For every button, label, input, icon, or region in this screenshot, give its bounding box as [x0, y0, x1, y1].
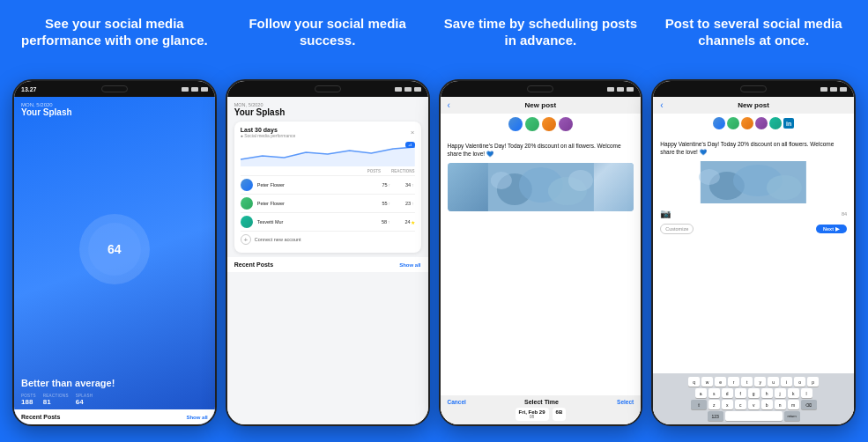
status-icons-3: [607, 87, 634, 92]
s4-content-area: Happy Valentine's Day! Today 20% discoun…: [653, 133, 854, 373]
key-n[interactable]: n: [775, 400, 786, 409]
s3-top-bar: ‹ New post: [441, 97, 642, 114]
s3-back-button[interactable]: ‹: [448, 100, 450, 110]
key-space[interactable]: [725, 411, 783, 421]
s2-recent-label: Recent Posts: [234, 262, 273, 268]
s4-avatars-row: in: [653, 114, 854, 133]
signal-icon-3: [607, 87, 614, 92]
key-backspace[interactable]: ⌫: [801, 400, 817, 409]
svg-marker-0: [241, 147, 415, 166]
s3-cancel-button[interactable]: Cancel: [448, 399, 466, 405]
s3-avatar-2: [525, 117, 539, 131]
panel-1-headline: See your social media performance with o…: [12, 16, 217, 70]
s2-connect-row[interactable]: + Connect new account: [241, 231, 415, 247]
s2-star-3: ★: [411, 219, 415, 225]
phone-mockup-3: ‹ New post Happy Valentine's Day! Today …: [439, 79, 643, 426]
signal-icon: [182, 87, 189, 92]
key-b[interactable]: b: [761, 400, 773, 409]
s2-bottom: Recent Posts Show all: [227, 257, 428, 272]
key-a[interactable]: a: [695, 388, 707, 398]
key-t[interactable]: t: [741, 377, 753, 387]
notch-bar-4: [653, 81, 854, 97]
key-v[interactable]: v: [748, 400, 760, 409]
s1-stat-reactions: REACTIONS 81: [43, 394, 69, 406]
key-o[interactable]: o: [794, 377, 805, 387]
s4-avatar-1: [713, 117, 725, 129]
s4-back-button[interactable]: ‹: [660, 100, 663, 110]
key-shift[interactable]: ⇧: [691, 400, 707, 409]
s4-avatar-2: [727, 117, 739, 129]
s4-camera-icon[interactable]: 📷: [660, 209, 671, 218]
key-d[interactable]: d: [722, 388, 733, 398]
panel-3: Save time by scheduling posts in advance…: [439, 16, 643, 426]
key-g[interactable]: g: [748, 388, 760, 398]
key-return[interactable]: return: [784, 411, 800, 421]
s2-table-header: POSTS REACTIONS: [241, 169, 415, 173]
s3-content-area: Happy Valentine's Day! Today 20% discoun…: [441, 135, 642, 395]
key-s[interactable]: s: [708, 388, 720, 398]
key-m[interactable]: m: [788, 400, 799, 409]
panel-2: Follow your social media success. MON, 5…: [226, 16, 430, 426]
key-h[interactable]: h: [761, 388, 773, 398]
s2-card-title: Last 30 days: [241, 127, 296, 133]
key-p[interactable]: p: [807, 377, 819, 387]
s4-next-button[interactable]: Next ▶: [816, 225, 847, 233]
s4-action-row: Customize Next ▶: [660, 224, 847, 234]
s1-better: Better than average!: [21, 378, 208, 388]
battery-icon-2: [414, 87, 421, 92]
s1-stat-posts-value: 188: [21, 398, 36, 406]
panel-4-headline: Post to several social media channels at…: [651, 16, 856, 70]
panel-1: See your social media performance with o…: [12, 16, 217, 426]
s2-arrow-2: ↑: [389, 201, 391, 206]
s1-stat-splash-value: 64: [76, 398, 93, 406]
panel-3-headline: Save time by scheduling posts in advance…: [439, 16, 643, 70]
key-123[interactable]: 123: [708, 411, 723, 421]
phone-mockup-4: ‹ New post in Happy Valentine's Day! Tod…: [651, 79, 856, 426]
s3-time-slot-2[interactable]: 6B: [553, 408, 567, 421]
status-icons-2: [395, 87, 421, 92]
key-w[interactable]: w: [701, 377, 713, 387]
wifi-icon-3: [617, 87, 624, 92]
key-q[interactable]: q: [688, 377, 700, 387]
s4-next-arrow: ▶: [835, 226, 840, 232]
s2-posts-2: 55: [368, 201, 388, 206]
s2-avatar-2: [241, 197, 253, 210]
s2-close-button[interactable]: ×: [411, 129, 415, 136]
s4-customize-button[interactable]: Customize: [660, 224, 694, 234]
wifi-icon-4: [830, 87, 837, 92]
notch-bar-2: [227, 81, 428, 97]
signal-icon-2: [395, 87, 402, 92]
s2-reactions-1: 34: [391, 182, 411, 188]
s3-avatar-3: [542, 117, 556, 131]
s3-image: [448, 163, 634, 211]
s3-post-text: Happy Valentine's Day! Today 20% discoun…: [448, 142, 634, 158]
notch-bar-3: [441, 81, 642, 97]
s4-camera-row: 📷 84: [660, 209, 847, 218]
key-i[interactable]: i: [781, 377, 792, 387]
key-c[interactable]: c: [735, 400, 746, 409]
s2-chart-badge: +4: [405, 142, 415, 148]
key-j[interactable]: j: [775, 388, 786, 398]
key-u[interactable]: u: [768, 377, 779, 387]
key-e[interactable]: e: [715, 377, 726, 387]
s2-name-1: Peter Flower: [257, 182, 368, 188]
s2-chart: +4: [241, 142, 415, 166]
key-k[interactable]: k: [788, 388, 799, 398]
notch-pill-3: [527, 85, 553, 92]
s1-show-all-link[interactable]: Show all: [186, 415, 207, 420]
s2-show-all-link[interactable]: Show all: [399, 262, 420, 268]
s3-select-button[interactable]: Select: [617, 399, 634, 405]
s2-card-header: Last 30 days ● Social media performance …: [241, 127, 415, 138]
svg-point-10: [767, 175, 802, 200]
keyboard-row-1: q w e r t y u i o p: [657, 377, 850, 387]
key-z[interactable]: z: [708, 400, 720, 409]
key-y[interactable]: y: [754, 377, 766, 387]
s3-time-val-2: 6B: [556, 409, 563, 415]
s3-time-slot-1[interactable]: Fri, Feb 29 08: [516, 408, 549, 421]
key-f[interactable]: f: [735, 388, 746, 398]
key-x[interactable]: x: [722, 400, 733, 409]
time-display: 13.27: [21, 86, 37, 92]
key-l[interactable]: l: [801, 388, 812, 398]
key-r[interactable]: r: [728, 377, 739, 387]
s2-row-3: Tesvetti Mur 58 ↑ 24 ★: [241, 212, 415, 231]
